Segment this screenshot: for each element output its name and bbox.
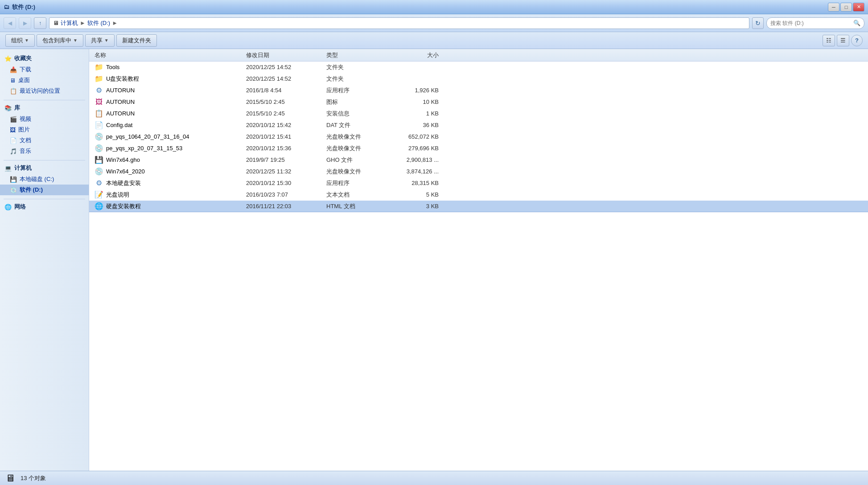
title-bar: 🗂 软件 (D:) ─ □ ✕ — [0, 0, 868, 14]
sidebar-item-video[interactable]: 🎬 视频 — [0, 114, 89, 124]
sidebar-header-library[interactable]: 📚 库 — [0, 102, 89, 114]
sidebar-item-desktop[interactable]: 🖥 桌面 — [0, 75, 89, 86]
file-size: 36 KB — [387, 122, 440, 128]
new-folder-button[interactable]: 新建文件夹 — [116, 34, 157, 47]
share-button[interactable]: 共享 ▼ — [85, 34, 115, 47]
file-row[interactable]: 💾 Win7x64.gho 2019/9/7 19:25 GHO 文件 2,90… — [89, 154, 868, 166]
file-row[interactable]: 💿 pe_yqs_1064_20_07_31_16_04 2020/10/12 … — [89, 131, 868, 143]
column-headers: 名称 修改日期 类型 大小 — [89, 49, 868, 62]
file-area: 名称 修改日期 类型 大小 📁 Tools 2020/12/25 14:52 文… — [89, 49, 868, 471]
file-size: 3,874,126 ... — [387, 168, 440, 175]
refresh-button[interactable]: ↻ — [752, 17, 764, 29]
file-type: 应用程序 — [325, 179, 387, 187]
sidebar-header-network[interactable]: 🌐 网络 — [0, 201, 89, 213]
file-row[interactable]: 📝 光盘说明 2016/10/23 7:07 文本文档 5 KB — [89, 189, 868, 201]
divider-3 — [4, 199, 85, 199]
status-bar: 🖥 13 个对象 — [0, 471, 868, 485]
file-list: 📁 Tools 2020/12/25 14:52 文件夹 📁 U盘安装教程 20… — [89, 62, 868, 471]
image-label: 图片 — [18, 126, 30, 134]
file-name-label: pe_yqs_xp_20_07_31_15_53 — [106, 145, 182, 152]
sidebar-item-music[interactable]: 🎵 音乐 — [0, 146, 89, 156]
col-header-type[interactable]: 类型 — [325, 51, 387, 59]
new-folder-label: 新建文件夹 — [122, 37, 151, 45]
disk-d-label: 软件 (D:) — [20, 186, 43, 194]
desktop-label: 桌面 — [18, 76, 30, 84]
col-header-size[interactable]: 大小 — [387, 51, 440, 59]
file-type: 光盘映像文件 — [325, 133, 387, 141]
sidebar-item-downloads[interactable]: 📥 下载 — [0, 64, 89, 75]
breadcrumb-sep-1: ► — [80, 20, 86, 26]
file-date: 2016/10/23 7:07 — [244, 191, 325, 198]
library-label: 库 — [14, 104, 20, 112]
search-bar[interactable]: 🔍 — [766, 17, 864, 29]
file-date: 2015/5/10 2:45 — [244, 99, 325, 105]
col-header-name[interactable]: 名称 — [93, 51, 244, 59]
file-row[interactable]: 💿 pe_yqs_xp_20_07_31_15_53 2020/10/12 15… — [89, 143, 868, 154]
breadcrumb-icon: 🖥 — [53, 20, 59, 26]
file-name-label: Config.dat — [106, 122, 132, 128]
col-header-date[interactable]: 修改日期 — [244, 51, 325, 59]
sidebar-item-recent[interactable]: 📋 最近访问的位置 — [0, 86, 89, 96]
view-options-button[interactable]: ☷ — [823, 35, 835, 46]
organize-dropdown-icon: ▼ — [25, 38, 29, 43]
file-date: 2020/10/12 15:41 — [244, 133, 325, 140]
toolbar: 组织 ▼ 包含到库中 ▼ 共享 ▼ 新建文件夹 ☷ ☰ ? — [0, 32, 868, 49]
sidebar-section-favorites: ⭐ 收藏夹 📥 下载 🖥 桌面 📋 最近访问的位置 — [0, 53, 89, 96]
file-type-icon: 📁 — [95, 63, 103, 71]
file-row[interactable]: ⚙ 本地硬盘安装 2020/10/12 15:30 应用程序 28,315 KB — [89, 177, 868, 189]
up-button[interactable]: ↑ — [34, 17, 46, 29]
add-library-dropdown-icon: ▼ — [73, 38, 78, 43]
file-row[interactable]: 📁 U盘安装教程 2020/12/25 14:52 文件夹 — [89, 73, 868, 85]
file-type-icon: ⚙ — [95, 179, 103, 187]
breadcrumb-disk-d[interactable]: 软件 (D:) — [87, 19, 110, 27]
sidebar-item-disk-c[interactable]: 💾 本地磁盘 (C:) — [0, 174, 89, 185]
file-type: 文件夹 — [325, 63, 387, 71]
file-row[interactable]: 🌐 硬盘安装教程 2016/11/21 22:03 HTML 文档 3 KB — [89, 201, 868, 212]
file-row[interactable]: 🖼 AUTORUN 2015/5/10 2:45 图标 10 KB — [89, 96, 868, 108]
breadcrumb-computer[interactable]: 计算机 — [61, 19, 78, 27]
file-row[interactable]: 📁 Tools 2020/12/25 14:52 文件夹 — [89, 62, 868, 73]
sidebar-header-computer[interactable]: 💻 计算机 — [0, 162, 89, 174]
file-type-icon: 💾 — [95, 156, 103, 164]
add-to-library-label: 包含到库中 — [42, 37, 71, 45]
file-type: 光盘映像文件 — [325, 168, 387, 176]
sidebar-item-disk-d[interactable]: 💿 软件 (D:) — [0, 185, 89, 195]
file-type-icon: 📁 — [95, 75, 103, 83]
view-toggle-button[interactable]: ☰ — [837, 35, 849, 46]
file-type-icon: 📝 — [95, 191, 103, 199]
file-row[interactable]: 📄 Config.dat 2020/10/12 15:42 DAT 文件 36 … — [89, 119, 868, 131]
help-button[interactable]: ? — [851, 35, 863, 46]
search-input[interactable] — [770, 20, 852, 26]
network-label: 网络 — [14, 203, 26, 211]
status-count: 13 个对象 — [21, 474, 46, 482]
search-icon: 🔍 — [853, 20, 860, 26]
file-name-label: Win7x64_2020 — [106, 168, 145, 175]
share-label: 共享 — [91, 37, 103, 45]
file-type: 应用程序 — [325, 86, 387, 95]
maximize-button[interactable]: □ — [840, 3, 852, 12]
music-icon: 🎵 — [10, 148, 17, 155]
file-date: 2020/12/25 14:52 — [244, 75, 325, 82]
divider-2 — [4, 160, 85, 160]
close-button[interactable]: ✕ — [853, 3, 864, 12]
add-to-library-button[interactable]: 包含到库中 ▼ — [37, 34, 83, 47]
file-type-icon: 💿 — [95, 168, 103, 176]
file-row[interactable]: 📋 AUTORUN 2015/5/10 2:45 安装信息 1 KB — [89, 108, 868, 119]
video-label: 视频 — [20, 115, 31, 123]
organize-button[interactable]: 组织 ▼ — [5, 34, 35, 47]
file-size: 10 KB — [387, 99, 440, 105]
sidebar: ⭐ 收藏夹 📥 下载 🖥 桌面 📋 最近访问的位置 📚 库 — [0, 49, 89, 471]
file-size: 2,900,813 ... — [387, 156, 440, 163]
sidebar-header-favorites[interactable]: ⭐ 收藏夹 — [0, 53, 89, 64]
back-button[interactable]: ◀ — [4, 17, 16, 29]
sidebar-item-image[interactable]: 🖼 图片 — [0, 124, 89, 135]
file-size: 1,926 KB — [387, 87, 440, 94]
file-type-icon: 💿 — [95, 144, 103, 152]
sidebar-item-doc[interactable]: 📄 文档 — [0, 135, 89, 146]
file-row[interactable]: 💿 Win7x64_2020 2020/12/25 11:32 光盘映像文件 3… — [89, 166, 868, 177]
file-name-label: Tools — [106, 64, 119, 70]
file-row[interactable]: ⚙ AUTORUN 2016/1/8 4:54 应用程序 1,926 KB — [89, 85, 868, 96]
file-type: HTML 文档 — [325, 202, 387, 210]
forward-button[interactable]: ▶ — [19, 17, 31, 29]
minimize-button[interactable]: ─ — [828, 3, 839, 12]
